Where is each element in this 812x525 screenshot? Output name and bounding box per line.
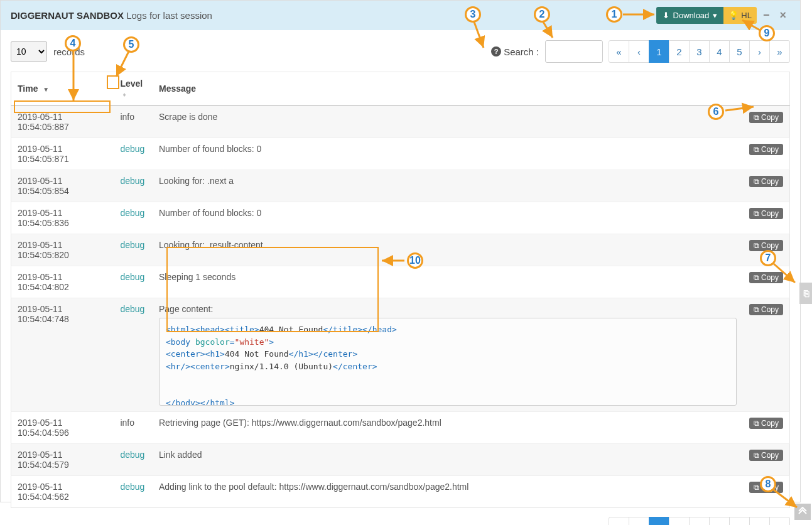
copy-button[interactable]: ⧉ Copy xyxy=(749,176,783,187)
page-first[interactable]: « xyxy=(609,40,629,63)
cell-message: Scrape is done xyxy=(153,106,743,138)
highlight-button[interactable]: 💡 HL xyxy=(723,7,757,24)
cell-time: 2019-05-11 10:54:04:562 xyxy=(11,476,114,508)
minimize-button[interactable]: − xyxy=(759,9,774,22)
download-label: Download xyxy=(673,11,710,20)
cell-time: 2019-05-11 10:54:04:802 xyxy=(11,266,114,298)
copy-icon: ⧉ xyxy=(754,305,759,314)
logs-modal: DIGGERNAUT SANDBOX Logs for last session… xyxy=(0,0,801,502)
th-message[interactable]: Message xyxy=(153,72,743,106)
table-row: 2019-05-11 10:54:05:887infoScrape is don… xyxy=(11,106,790,138)
cell-time: 2019-05-11 10:54:04:596 xyxy=(11,412,114,444)
close-icon[interactable]: × xyxy=(776,9,790,22)
copy-icon: ⧉ xyxy=(754,241,759,250)
page-2[interactable]: 2 xyxy=(669,40,690,63)
page-next[interactable]: › xyxy=(749,40,770,63)
cell-copy: ⧉ Copy xyxy=(743,170,790,202)
page-3[interactable]: 3 xyxy=(689,517,710,525)
copy-button[interactable]: ⧉ Copy xyxy=(749,144,783,155)
copy-button[interactable]: ⧉ Copy xyxy=(749,112,783,123)
copy-icon: ⧉ xyxy=(754,273,759,282)
cell-message: Retrieving page (GET): https://www.digge… xyxy=(153,412,743,444)
copy-icon: ⧉ xyxy=(754,177,759,186)
cell-level: debug xyxy=(114,298,153,412)
copy-icon: ⧉ xyxy=(754,419,759,428)
cell-level: debug xyxy=(114,138,153,170)
cell-message: Number of found blocks: 0 xyxy=(153,202,743,234)
header-controls: ⬇ Download ▾ 💡 HL − × xyxy=(656,7,790,24)
page-prev[interactable]: ‹ xyxy=(629,517,649,525)
search-input[interactable] xyxy=(545,40,603,63)
lightbulb-icon: 💡 xyxy=(728,11,739,20)
cell-level: debug xyxy=(114,202,153,234)
page-last[interactable]: » xyxy=(769,40,790,63)
page-4[interactable]: 4 xyxy=(709,40,730,63)
cell-level: debug xyxy=(114,234,153,266)
cell-message: Page content:<html><head><title>404 Not … xyxy=(153,298,743,412)
copy-button[interactable]: ⧉ Copy xyxy=(749,272,783,283)
th-time[interactable]: Time ▼ xyxy=(11,72,114,106)
app-name: DIGGERNAUT SANDBOX xyxy=(11,10,124,21)
showing-text: Showing 1 to 10 of 6,042 records xyxy=(11,523,149,526)
download-icon: ⬇ xyxy=(663,11,669,20)
help-icon[interactable]: ? xyxy=(491,46,501,57)
caret-down-icon: ▾ xyxy=(713,11,717,20)
cell-copy: ⧉ Copy xyxy=(743,202,790,234)
cell-message: Looking for: .next a xyxy=(153,170,743,202)
footer-row: Showing 1 to 10 of 6,042 records « ‹ 1 2… xyxy=(11,517,790,525)
cell-message: Sleeping 1 seconds xyxy=(153,266,743,298)
table-row: 2019-05-11 10:54:04:748debugPage content… xyxy=(11,298,790,412)
page-2[interactable]: 2 xyxy=(669,517,690,525)
cell-copy: ⧉ Copy xyxy=(743,234,790,266)
page-last[interactable]: » xyxy=(769,517,790,525)
page-3[interactable]: 3 xyxy=(689,40,710,63)
download-button[interactable]: ⬇ Download ▾ xyxy=(656,7,724,24)
right-controls: ? Search : « ‹ 1 2 3 4 5 › » xyxy=(491,40,790,63)
cell-copy: ⧉ Copy xyxy=(743,106,790,138)
copy-icon: ⧉ xyxy=(754,113,759,122)
cell-copy: ⧉ Copy xyxy=(743,298,790,412)
copy-icon: ⧉ xyxy=(754,145,759,154)
code-block: <html><head><title>404 Not Found</title>… xyxy=(159,318,737,406)
th-copy xyxy=(743,72,790,106)
copy-button[interactable]: ⧉ Copy xyxy=(749,418,783,429)
copy-button[interactable]: ⧉ Copy xyxy=(749,482,783,493)
page-5[interactable]: 5 xyxy=(729,517,750,525)
page-title: Logs for last session xyxy=(126,10,212,21)
side-tab[interactable]: ⎘ xyxy=(799,283,812,304)
page-1[interactable]: 1 xyxy=(649,517,669,525)
cell-time: 2019-05-11 10:54:05:854 xyxy=(11,170,114,202)
table-row: 2019-05-11 10:54:04:562debugAdding link … xyxy=(11,476,790,508)
cell-time: 2019-05-11 10:54:05:871 xyxy=(11,138,114,170)
table-row: 2019-05-11 10:54:04:802debugSleeping 1 s… xyxy=(11,266,790,298)
page-1[interactable]: 1 xyxy=(649,40,669,63)
page-first[interactable]: « xyxy=(609,517,629,525)
hl-label: HL xyxy=(741,11,752,20)
records-select[interactable]: 10 xyxy=(11,41,47,62)
th-level[interactable]: Level ♦ xyxy=(114,72,153,106)
page-prev[interactable]: ‹ xyxy=(629,40,649,63)
cell-message: Adding link to the pool default: https:/… xyxy=(153,476,743,508)
cell-time: 2019-05-11 10:54:04:748 xyxy=(11,298,114,412)
copy-button[interactable]: ⧉ Copy xyxy=(749,208,783,219)
copy-button[interactable]: ⧉ Copy xyxy=(749,304,783,315)
cell-copy: ⧉ Copy xyxy=(743,138,790,170)
cell-message: Looking for: .result-content xyxy=(153,234,743,266)
cell-time: 2019-05-11 10:54:05:836 xyxy=(11,202,114,234)
cell-copy: ⧉ Copy xyxy=(743,476,790,508)
cell-time: 2019-05-11 10:54:05:820 xyxy=(11,234,114,266)
scroll-top-button[interactable] xyxy=(794,504,811,520)
cell-level: info xyxy=(114,412,153,444)
page-4[interactable]: 4 xyxy=(709,517,730,525)
cell-message: Number of found blocks: 0 xyxy=(153,138,743,170)
copy-button[interactable]: ⧉ Copy xyxy=(749,450,783,461)
pagination-bottom: « ‹ 1 2 3 4 5 › » xyxy=(609,517,790,525)
cell-level: debug xyxy=(114,476,153,508)
table-row: 2019-05-11 10:54:05:871debugNumber of fo… xyxy=(11,138,790,170)
copy-button[interactable]: ⧉ Copy xyxy=(749,240,783,251)
modal-body: 10 records ? Search : « ‹ 1 2 3 4 5 xyxy=(1,30,800,525)
cell-level: debug xyxy=(114,170,153,202)
page-next[interactable]: › xyxy=(749,517,770,525)
logs-table: Time ▼ Level ♦ Message 2019-05-11 10:54:… xyxy=(11,72,790,508)
page-5[interactable]: 5 xyxy=(729,40,750,63)
